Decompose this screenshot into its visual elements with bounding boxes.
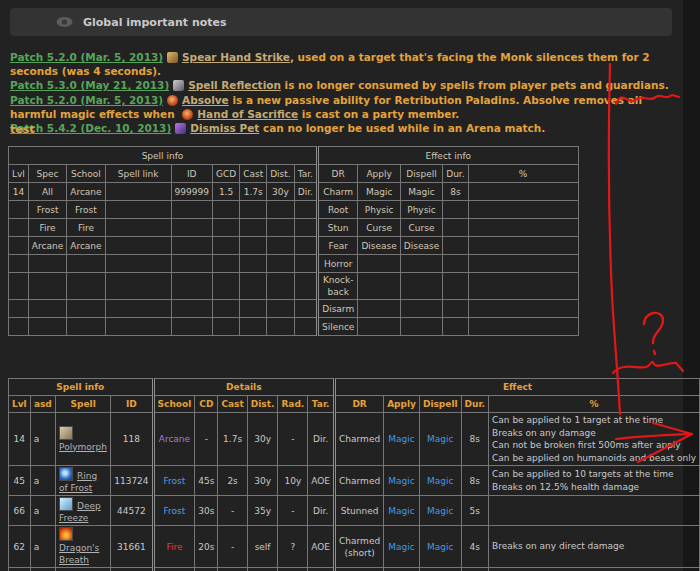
cell: 30y [267, 183, 295, 201]
cell [468, 255, 578, 273]
red-question-mark [644, 313, 663, 354]
cell: All [28, 183, 66, 201]
cell [443, 318, 468, 336]
cell: - [195, 413, 218, 466]
cell-text: Magic [388, 434, 414, 444]
column-header: Spec [28, 165, 66, 183]
cell [419, 568, 461, 571]
cell: Arcane [153, 413, 195, 466]
cell [247, 568, 278, 571]
column-header: GCD [212, 165, 239, 183]
spell-link[interactable]: Absolve [182, 94, 229, 106]
cell: Charmed [335, 466, 384, 496]
cell [240, 237, 267, 255]
cell: Magic [419, 413, 461, 466]
cell-text: Magic [388, 506, 414, 516]
cell: Magic [400, 183, 442, 201]
cell: Dir. [308, 496, 335, 526]
table-row: 66aDeep Freeze44572Frost30s-35y-Dir.Stun… [9, 496, 700, 526]
cell: 2s [218, 466, 247, 496]
column-header: Lvl [9, 165, 29, 183]
cell: Disarm [317, 300, 357, 318]
cell [212, 219, 239, 237]
cell [153, 568, 195, 571]
cell: Can be applied to 10 targets at the time… [489, 466, 700, 496]
polymorph-icon [59, 426, 73, 440]
cell: Dragon's Breath [56, 526, 111, 568]
spell-link[interactable]: Polymorph [59, 442, 107, 452]
cell-text: Frost [164, 476, 186, 486]
cell [171, 273, 212, 300]
cell [335, 568, 384, 571]
cell: Magic [384, 466, 420, 496]
cell-text: Magic [427, 434, 453, 444]
dragons-breath-icon [59, 527, 73, 541]
patch-link[interactable]: Patch 5.2.0 (Mar. 5, 2013) [10, 94, 163, 106]
spell-link[interactable]: Spear Hand Strike [182, 51, 290, 63]
cell: 118 [111, 413, 153, 466]
cell [212, 273, 239, 300]
cell [267, 255, 295, 273]
patch-link[interactable]: Patch 5.3.0 (May 21, 2013) [10, 79, 169, 91]
cell: 62 [9, 526, 31, 568]
cell-text: Fire [166, 542, 182, 552]
cell [28, 273, 66, 300]
column-header: Apply [384, 396, 420, 413]
cell [358, 255, 400, 273]
cell: 31661 [111, 526, 153, 568]
cell: 30y [247, 413, 278, 466]
effect-note-line: Can be applied to 10 targets at the time [492, 468, 696, 481]
cell [212, 237, 239, 255]
spell-link[interactable]: Hand of Sacrifice [197, 108, 298, 120]
spell-link[interactable]: Dismiss Pet [190, 122, 259, 134]
cell [294, 201, 317, 219]
column-header: School [153, 396, 195, 413]
cell [56, 568, 111, 571]
column-header: Lvl [9, 396, 31, 413]
cell [267, 219, 295, 237]
cell [67, 300, 105, 318]
cell [28, 318, 66, 336]
cell: Dir. [294, 183, 317, 201]
cell [105, 255, 171, 273]
cell-text: Arcane [159, 434, 190, 444]
cell: Curse [400, 219, 442, 237]
cell [9, 318, 29, 336]
cell: Curse [358, 219, 400, 237]
column-header: DR [335, 396, 384, 413]
cell [400, 255, 442, 273]
column-header: % [489, 396, 700, 413]
cell [400, 273, 442, 300]
cell: Magic [384, 526, 420, 568]
cell [9, 255, 29, 273]
cell [267, 300, 295, 318]
table-row: 14AllArcane9999991.51.7s30yDir.CharmMagi… [9, 183, 579, 201]
column-header: ID [111, 396, 153, 413]
cell: 4s [461, 526, 488, 568]
cell: Arcane [28, 237, 66, 255]
cell [218, 568, 247, 571]
note-text: can no longer be used while in an Arena … [259, 122, 545, 134]
spell-link[interactable]: Spell Reflection [188, 79, 281, 91]
cell: 1.7s [218, 413, 247, 466]
cell: Physic [400, 201, 442, 219]
cell [443, 201, 468, 219]
cell-text: Frost [164, 506, 186, 516]
cell: Magic [384, 496, 420, 526]
cell: 45s [195, 466, 218, 496]
cell [240, 201, 267, 219]
cell: Stunned [335, 496, 384, 526]
cell [468, 237, 578, 255]
cell: Frost [28, 201, 66, 219]
cell: a [30, 413, 55, 466]
table-row: a [9, 568, 700, 571]
cell: - [218, 526, 247, 568]
effect-note-line: Breaks on any direct damage [492, 540, 696, 553]
cell [468, 219, 578, 237]
cell [468, 183, 578, 201]
global-notes-header[interactable]: Global important notes [10, 8, 672, 36]
patch-link[interactable]: Patch 5.2.0 (Mar. 5, 2013) [10, 51, 163, 63]
spell-link[interactable]: Dragon's Breath [59, 543, 99, 565]
cell [294, 255, 317, 273]
column-header: School [67, 165, 105, 183]
